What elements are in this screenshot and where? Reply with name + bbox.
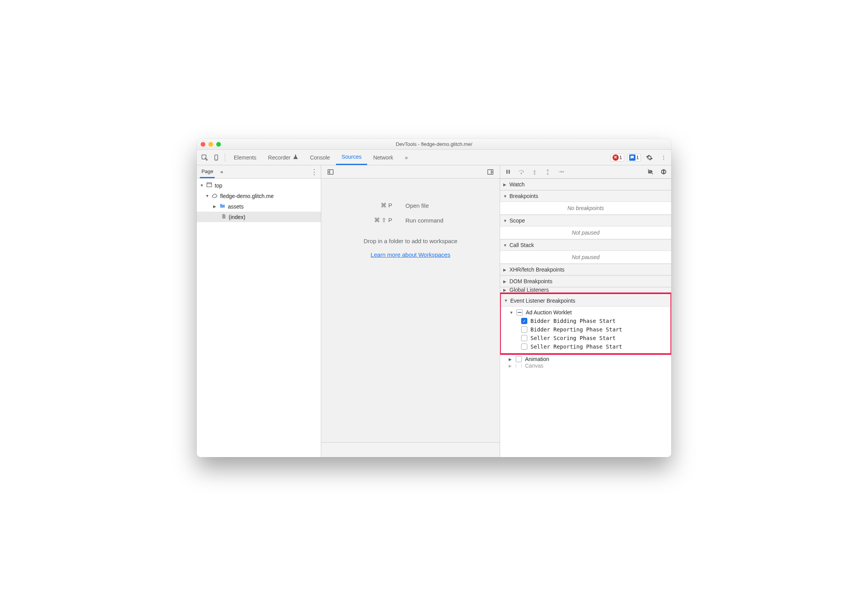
step-out-icon[interactable]: [542, 167, 553, 177]
event-checkbox[interactable]: [521, 326, 527, 333]
expand-icon: ▼: [200, 183, 204, 188]
nav-options-icon[interactable]: ⋮: [311, 168, 318, 176]
event-checkbox[interactable]: [521, 318, 527, 324]
pane-global-listeners[interactable]: ▶Global Listeners: [500, 287, 671, 293]
pane-watch-label: Watch: [509, 181, 525, 188]
nav-tab-page[interactable]: Page: [200, 165, 215, 178]
editor-pane: ⌘ P Open file ⌘ ⇧ P Run command Drop in …: [321, 165, 500, 457]
tree-file-index[interactable]: (index): [197, 212, 321, 222]
folder-icon: [219, 203, 226, 210]
collapse-icon: ▶: [509, 357, 513, 361]
group-checkbox-indeterminate[interactable]: [516, 309, 523, 316]
highlighted-region: ▼Event Listener Breakpoints ▼ Ad Auction…: [500, 293, 671, 355]
event-item-3[interactable]: Seller Reporting Phase Start: [501, 342, 670, 351]
tab-recorder-label: Recorder: [268, 154, 290, 161]
tree-top-label: top: [215, 182, 222, 189]
event-checkbox[interactable]: [521, 344, 527, 350]
pane-scope[interactable]: ▼Scope: [500, 215, 671, 226]
event-item-label: Bidder Reporting Phase Start: [530, 326, 622, 333]
event-group-ad-auction[interactable]: ▼ Ad Auction Worklet: [501, 308, 670, 317]
pane-xhr-breakpoints[interactable]: ▶XHR/fetch Breakpoints: [500, 264, 671, 275]
learn-workspaces-link[interactable]: Learn more about Workspaces: [371, 251, 450, 258]
svg-point-17: [562, 171, 564, 172]
more-menu-icon[interactable]: ⋮: [658, 152, 669, 163]
tree-domain-label: fledge-demo.glitch.me: [220, 193, 274, 199]
messages-badge[interactable]: 1: [627, 154, 641, 161]
svg-point-11: [521, 173, 522, 174]
run-command-hint: ⌘ ⇧ P Run command: [346, 217, 476, 224]
show-navigator-icon[interactable]: [325, 167, 336, 177]
pane-dom-breakpoints[interactable]: ▶DOM Breakpoints: [500, 275, 671, 287]
event-item-label: Bidder Bidding Phase Start: [530, 318, 616, 324]
divider: [225, 153, 225, 162]
pause-on-exceptions-icon[interactable]: [658, 167, 669, 177]
settings-icon[interactable]: [644, 152, 655, 163]
navigator-tabs: Page » ⋮: [197, 165, 321, 179]
group-checkbox[interactable]: [516, 356, 522, 362]
svg-rect-21: [664, 171, 665, 173]
svg-point-13: [534, 174, 535, 175]
debugger-pane: ▶Watch ▼Breakpoints No breakpoints ▼Scop…: [500, 165, 671, 457]
tab-network[interactable]: Network: [368, 150, 399, 165]
errors-count: 1: [620, 154, 622, 160]
tab-sources[interactable]: Sources: [336, 150, 367, 165]
editor-placeholder: ⌘ P Open file ⌘ ⇧ P Run command Drop in …: [321, 179, 500, 442]
step-icon[interactable]: [555, 167, 566, 177]
device-toolbar-icon[interactable]: [211, 152, 222, 163]
open-file-label: Open file: [406, 202, 476, 209]
workspace-drop-hint: Drop in a folder to add to workspace: [364, 238, 457, 244]
cloud-icon: [212, 192, 218, 200]
event-checkbox[interactable]: [521, 335, 527, 341]
step-over-icon[interactable]: [516, 167, 527, 177]
show-debugger-icon[interactable]: [485, 167, 496, 177]
pane-breakpoints-label: Breakpoints: [509, 193, 538, 199]
editor-tab-bar: [321, 165, 500, 179]
pane-callstack[interactable]: ▼Call Stack: [500, 239, 671, 251]
collapse-icon: ▶: [213, 204, 217, 209]
event-item-0[interactable]: Bidder Bidding Phase Start: [501, 317, 670, 325]
editor-footer: [321, 442, 500, 457]
pane-event-listener-breakpoints[interactable]: ▼Event Listener Breakpoints: [501, 295, 670, 307]
errors-badge[interactable]: ✕ 1: [611, 154, 624, 161]
svg-rect-3: [207, 183, 212, 187]
group-checkbox[interactable]: [516, 363, 522, 368]
event-item-1[interactable]: Bidder Reporting Phase Start: [501, 325, 670, 334]
deactivate-breakpoints-icon[interactable]: [645, 167, 656, 177]
event-group-canvas[interactable]: ▶ Canvas: [500, 363, 671, 368]
step-into-icon[interactable]: [529, 167, 540, 177]
run-command-shortcut: ⌘ ⇧ P: [346, 217, 392, 224]
svg-rect-9: [506, 170, 508, 174]
pane-xhr-label: XHR/fetch Breakpoints: [509, 266, 565, 273]
expand-icon: ▼: [509, 310, 513, 315]
pane-event-listener-label: Event Listener Breakpoints: [510, 298, 575, 304]
tab-elements[interactable]: Elements: [228, 150, 262, 165]
expand-icon: ▼: [205, 194, 209, 198]
pane-scope-label: Scope: [509, 217, 525, 224]
collapse-icon: ▶: [509, 364, 513, 368]
callstack-empty: Not paused: [500, 251, 671, 264]
error-icon: ✕: [612, 154, 619, 161]
nav-tabs-overflow[interactable]: »: [220, 169, 223, 175]
pane-breakpoints[interactable]: ▼Breakpoints: [500, 190, 671, 202]
event-group-label: Ad Auction Worklet: [526, 309, 572, 316]
svg-point-15: [547, 174, 548, 175]
open-file-shortcut: ⌘ P: [346, 202, 392, 209]
main-tab-bar: Elements Recorder Console Sources Networ…: [197, 150, 671, 165]
tab-console[interactable]: Console: [304, 150, 335, 165]
event-item-2[interactable]: Seller Scoring Phase Start: [501, 334, 670, 342]
event-canvas-label: Canvas: [525, 363, 543, 368]
tab-recorder[interactable]: Recorder: [262, 150, 304, 165]
tree-domain[interactable]: ▼ fledge-demo.glitch.me: [197, 191, 321, 201]
navigator-pane: Page » ⋮ ▼ top ▼ fledge-demo.glitch.me ▶: [197, 165, 321, 457]
event-item-label: Seller Reporting Phase Start: [530, 344, 622, 350]
sources-panel: Page » ⋮ ▼ top ▼ fledge-demo.glitch.me ▶: [197, 165, 671, 457]
tree-top-frame[interactable]: ▼ top: [197, 180, 321, 191]
tree-folder-assets[interactable]: ▶ assets: [197, 201, 321, 212]
window-title: DevTools - fledge-demo.glitch.me/: [197, 141, 671, 147]
file-icon: [221, 213, 226, 221]
event-group-animation[interactable]: ▶ Animation: [500, 355, 671, 363]
inspect-element-icon[interactable]: [199, 152, 210, 163]
pause-resume-icon[interactable]: [502, 167, 513, 177]
pane-watch[interactable]: ▶Watch: [500, 179, 671, 190]
tabs-overflow[interactable]: »: [399, 150, 413, 165]
